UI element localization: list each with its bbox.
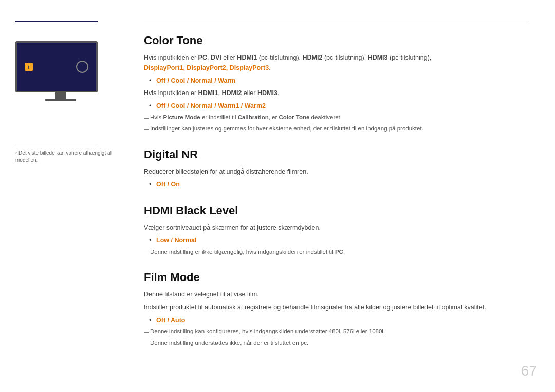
color-tone-body: Hvis inputkilden er PC, DVI eller HDMI1 … bbox=[144, 52, 529, 134]
section-hdmi-black-level: HDMI Black Level Vælger sortniveauet på … bbox=[144, 204, 529, 256]
monitor-icon-right bbox=[76, 61, 88, 73]
monitor-base bbox=[45, 99, 76, 101]
hdmi-black-level-bullets: Low / Normal bbox=[149, 235, 529, 246]
section-film-mode: Film Mode Denne tilstand er velegnet til… bbox=[144, 271, 529, 348]
section-color-tone: Color Tone Hvis inputkilden er PC, DVI e… bbox=[144, 34, 529, 134]
color-tone-intro1: Hvis inputkilden er PC, DVI eller HDMI1 … bbox=[144, 52, 529, 73]
color-tone-bullets2: Off / Cool / Normal / Warm1 / Warm2 bbox=[149, 101, 529, 111]
sidebar-caption: Det viste billede kan variere afhængigt … bbox=[15, 150, 113, 164]
color-tone-title: Color Tone bbox=[144, 34, 529, 47]
top-divider bbox=[144, 21, 529, 21]
hdmi-black-level-intro: Vælger sortniveauet på skærmen for at ju… bbox=[144, 222, 529, 233]
sidebar-divider bbox=[15, 144, 98, 144]
monitor-image: i bbox=[15, 41, 105, 103]
page-number: 67 bbox=[521, 363, 537, 379]
color-tone-bullets1: Off / Cool / Normal / Warm bbox=[149, 76, 529, 86]
sidebar: i Det viste billede kan variere afhængig… bbox=[0, 0, 123, 392]
film-mode-note1: Denne indstilling kan konfigureres, hvis… bbox=[144, 327, 529, 336]
digital-nr-body: Reducerer billedstøjen for at undgå dist… bbox=[144, 166, 529, 190]
film-mode-intro2: Indstiller produktet til automatisk at r… bbox=[144, 302, 529, 312]
hdmi-black-level-body: Vælger sortniveauet på skærmen for at ju… bbox=[144, 222, 529, 256]
page-container: i Det viste billede kan variere afhængig… bbox=[0, 0, 555, 392]
monitor-screen: i bbox=[15, 41, 98, 92]
main-content: Color Tone Hvis inputkilden er PC, DVI e… bbox=[123, 0, 555, 392]
bullet-item: Off / Auto bbox=[149, 315, 529, 325]
digital-nr-intro: Reducerer billedstøjen for at undgå dist… bbox=[144, 166, 529, 177]
film-mode-intro1: Denne tilstand er velegnet til at vise f… bbox=[144, 289, 529, 300]
color-tone-note2: Indstillinger kan justeres og gemmes for… bbox=[144, 124, 529, 133]
bullet-item: Low / Normal bbox=[149, 235, 529, 246]
bullet-item: Off / On bbox=[149, 179, 529, 190]
bullet-item: Off / Cool / Normal / Warm1 / Warm2 bbox=[149, 101, 529, 111]
sidebar-top-line bbox=[15, 21, 98, 22]
hdmi-black-level-note1: Denne indstilling er ikke tilgængelig, h… bbox=[144, 248, 529, 256]
color-tone-intro2: Hvis inputkilden er HDMI1, HDMI2 eller H… bbox=[144, 88, 529, 98]
section-digital-nr: Digital NR Reducerer billedstøjen for at… bbox=[144, 148, 529, 190]
monitor-stand bbox=[55, 92, 66, 99]
digital-nr-title: Digital NR bbox=[144, 148, 529, 161]
film-mode-body: Denne tilstand er velegnet til at vise f… bbox=[144, 289, 529, 348]
film-mode-note2: Denne indstilling understøttes ikke, når… bbox=[144, 339, 529, 347]
digital-nr-bullets: Off / On bbox=[149, 179, 529, 190]
film-mode-title: Film Mode bbox=[144, 271, 529, 284]
bullet-item: Off / Cool / Normal / Warm bbox=[149, 76, 529, 86]
hdmi-black-level-title: HDMI Black Level bbox=[144, 204, 529, 217]
color-tone-note1: Hvis Picture Mode er indstillet til Cali… bbox=[144, 113, 529, 122]
monitor-icon-left: i bbox=[25, 63, 33, 71]
film-mode-bullets: Off / Auto bbox=[149, 315, 529, 325]
